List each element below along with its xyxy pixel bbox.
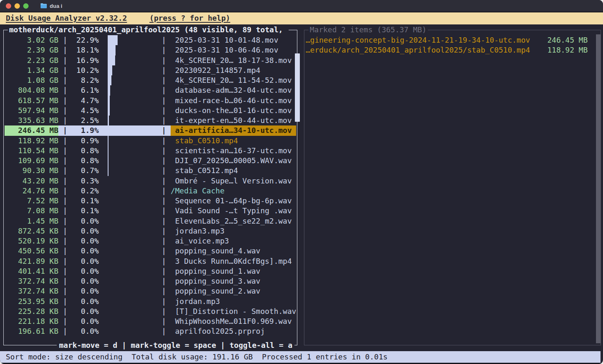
row-name: ElevenLabs_2…5_se22_m2.wav bbox=[171, 216, 296, 226]
row-percent: 0.0% bbox=[72, 286, 99, 296]
marked-item-row[interactable]: …gineering-concept-big-2024-11-21-19-34-… bbox=[306, 35, 595, 45]
row-name: popping_sound_3.wav bbox=[171, 276, 296, 286]
file-row[interactable]: 90.30 MB | 0.7% | stab_C0512.mp4 bbox=[5, 166, 296, 176]
file-row[interactable]: 597.94 MB | 4.5% | ducks-on-the…01-16-ut… bbox=[5, 106, 296, 116]
left-pane-scrollbar-thumb[interactable] bbox=[295, 53, 300, 122]
row-size: 1.45 MB bbox=[5, 216, 58, 226]
gap bbox=[99, 65, 108, 75]
marked-item-name: …gineering-concept-big-2024-11-21-19-34-… bbox=[306, 35, 534, 45]
file-row[interactable]: 804.08 MB | 6.1% | database-adm…32-04-ut… bbox=[5, 85, 296, 95]
app-header: Disk Usage Analyzer v2.32.2 (press ? for… bbox=[0, 12, 603, 24]
row-percent: 0.8% bbox=[72, 146, 99, 156]
file-row[interactable]: 7.52 MB | 0.1% | Sequence 01-…64p-bg-6p.… bbox=[5, 196, 296, 206]
file-row[interactable]: 7.08 MB | 0.1% | Vadi Sound -…t Typing .… bbox=[5, 206, 296, 216]
column-separator: | bbox=[58, 226, 72, 236]
keybinding-hints: mark-move = d | mark-toggle = space | to… bbox=[57, 340, 294, 350]
row-name: ai_voice.mp3 bbox=[171, 236, 296, 246]
row-bar-track bbox=[108, 276, 157, 286]
row-size: 118.92 MB bbox=[5, 136, 58, 146]
minimize-button[interactable] bbox=[14, 3, 20, 9]
status-bar: Sort mode: size descendingTotal disk usa… bbox=[0, 351, 601, 363]
gap bbox=[99, 216, 108, 226]
row-size: 1.34 GB bbox=[5, 65, 58, 75]
gap bbox=[99, 45, 108, 55]
file-row[interactable]: 110.54 MB | 0.8% | scientist-an…16-37-ut… bbox=[5, 146, 296, 156]
file-row[interactable]: 2.39 GB | 18.1% | 2025-03-31 10-06-46.mo… bbox=[5, 45, 296, 55]
row-size: 110.54 MB bbox=[5, 146, 58, 156]
row-size: 43.20 MB bbox=[5, 176, 58, 186]
file-row[interactable]: 43.20 MB | 0.3% | Ombré - Supe…l Version… bbox=[5, 176, 296, 186]
close-button[interactable] bbox=[6, 3, 11, 9]
right-pane-scrollbar[interactable] bbox=[596, 34, 601, 343]
column-separator: | bbox=[58, 85, 72, 95]
row-size: 3.02 GB bbox=[5, 35, 58, 45]
gap bbox=[99, 96, 108, 106]
file-row[interactable]: 872.45 KB | 0.0% | jordan3.mp3 bbox=[5, 226, 296, 236]
usage-bar bbox=[108, 166, 109, 176]
file-row[interactable]: 520.19 KB | 0.0% | ai_voice.mp3 bbox=[5, 236, 296, 246]
column-separator: | bbox=[157, 65, 171, 75]
file-row[interactable]: 335.63 MB | 2.5% | it-expert-en…50-44-ut… bbox=[5, 116, 296, 125]
file-row[interactable]: 109.69 MB | 0.8% | DJI_07_20250…00005.WA… bbox=[5, 156, 296, 166]
file-row[interactable]: 450.56 KB | 0.0% | popping_sound_4.wav bbox=[5, 246, 296, 256]
usage-bar bbox=[108, 45, 116, 55]
column-separator: | bbox=[157, 136, 171, 146]
row-name: 2025-03-31 10-01-48.mov bbox=[171, 35, 296, 45]
file-row[interactable]: 118.92 MB | 0.9% | stab_C0510.mp4 bbox=[5, 136, 296, 146]
column-separator: | bbox=[157, 45, 171, 55]
row-size: 450.56 KB bbox=[5, 246, 58, 256]
column-separator: | bbox=[58, 35, 72, 45]
gap bbox=[99, 125, 108, 135]
file-row[interactable]: 1.45 MB | 0.0% | ElevenLabs_2…5_se22_m2.… bbox=[5, 216, 296, 226]
help-hint[interactable]: (press ? for help) bbox=[150, 14, 230, 22]
gap bbox=[99, 176, 108, 186]
file-list-pane: motherduck/arch_20250401_aprilfool2025 (… bbox=[3, 30, 297, 345]
row-name: stab_C0510.mp4 bbox=[171, 136, 296, 146]
file-row[interactable]: 372.74 KB | 0.0% | popping_sound_2.wav bbox=[5, 286, 296, 296]
row-percent: 8.2% bbox=[72, 75, 99, 85]
row-bar-track bbox=[108, 146, 157, 156]
row-bar-track bbox=[108, 136, 157, 146]
file-row[interactable]: 3.02 GB | 22.9% | 2025-03-31 10-01-48.mo… bbox=[5, 35, 296, 45]
row-size: 109.69 MB bbox=[5, 156, 58, 166]
gap bbox=[99, 326, 108, 336]
row-percent: 0.0% bbox=[72, 246, 99, 256]
file-row[interactable]: 372.74 KB | 0.0% | popping_sound_3.wav bbox=[5, 276, 296, 286]
file-row[interactable]: 618.57 MB | 4.7% | mixed-race-b…06-46-ut… bbox=[5, 96, 296, 106]
row-size: 225.28 KB bbox=[5, 306, 58, 316]
file-row[interactable]: 253.95 KB | 0.0% | jordan.mp3 bbox=[5, 297, 296, 306]
column-separator: | bbox=[157, 196, 171, 206]
column-separator: | bbox=[58, 55, 72, 65]
row-bar-track bbox=[108, 55, 157, 65]
file-row[interactable]: 225.28 KB | 0.0% | [T]_Distortion - Smoo… bbox=[5, 306, 296, 316]
column-separator: | bbox=[157, 266, 171, 276]
column-separator: | bbox=[58, 266, 72, 276]
column-separator: | bbox=[58, 196, 72, 206]
row-name: Vadi Sound -…t Typing .wav bbox=[171, 206, 296, 216]
file-row[interactable]: 421.89 KB | 0.0% | 3 Ducks Runn…0KdcfBgs… bbox=[5, 256, 296, 266]
row-name: jordan.mp3 bbox=[171, 297, 296, 306]
file-row[interactable]: 1.34 GB | 10.2% | 20230922_114857.mp4 bbox=[5, 65, 296, 75]
row-percent: 22.9% bbox=[72, 35, 99, 45]
row-size: 246.45 MB bbox=[5, 125, 58, 135]
file-row[interactable]: 24.76 MB | 0.2% | /Media Cache bbox=[5, 186, 296, 196]
row-size: 2.39 GB bbox=[5, 45, 58, 55]
file-row[interactable]: 221.18 KB | 0.0% | WhipWhooshMe…011F0.96… bbox=[5, 316, 296, 326]
gap bbox=[99, 246, 108, 256]
row-percent: 2.5% bbox=[72, 116, 99, 125]
file-row[interactable]: 1.08 GB | 8.2% | 4k_SCREEN_20… 11-54-52.… bbox=[5, 75, 296, 85]
zoom-button[interactable] bbox=[23, 3, 29, 9]
sort-mode-status: Sort mode: size descending bbox=[6, 352, 123, 361]
file-row[interactable]: 246.45 MB | 1.9% | ai-artificia…34-10-ut… bbox=[5, 125, 296, 135]
file-row[interactable]: 196.61 KB | 0.0% | aprilfool2025.prproj bbox=[5, 326, 296, 336]
row-percent: 0.9% bbox=[72, 136, 99, 146]
row-bar-track bbox=[108, 297, 157, 306]
column-separator: | bbox=[157, 306, 171, 316]
row-name: 4k_SCREEN_20… 18-17-38.mov bbox=[171, 55, 296, 65]
gap bbox=[99, 286, 108, 296]
file-row[interactable]: 2.23 GB | 16.9% | 4k_SCREEN_20… 18-17-38… bbox=[5, 55, 296, 65]
header-spacer bbox=[127, 14, 150, 22]
marked-item-row[interactable]: …erduck/arch_20250401_aprilfool2025/stab… bbox=[306, 45, 595, 55]
column-separator: | bbox=[58, 216, 72, 226]
file-row[interactable]: 401.41 KB | 0.0% | popping_sound_1.wav bbox=[5, 266, 296, 276]
